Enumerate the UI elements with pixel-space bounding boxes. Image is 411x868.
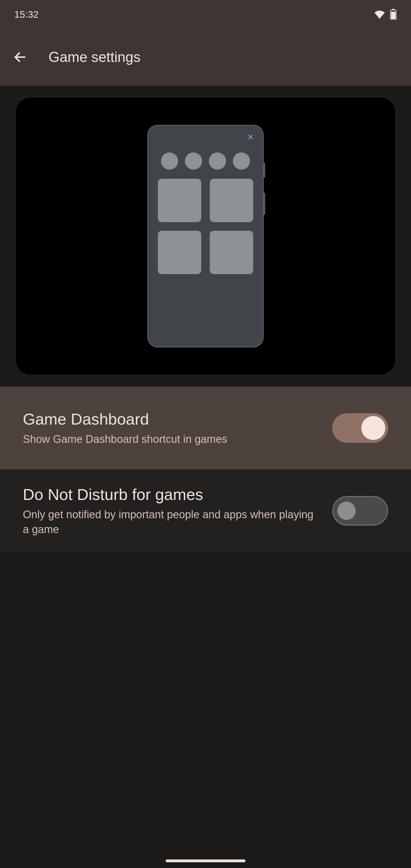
dashboard-preview: ✕: [16, 98, 395, 375]
app-header: Game settings: [0, 29, 411, 86]
setting-dnd-games[interactable]: Do Not Disturb for games Only get notifi…: [0, 469, 411, 552]
setting-description: Only get notified by important people an…: [23, 507, 321, 537]
mockup-grid: [155, 179, 256, 274]
battery-icon: [390, 9, 397, 20]
mockup-circle: [233, 152, 250, 169]
content-area: ✕ Game Dashboard Show Game Dashboard sho…: [0, 98, 411, 552]
status-icons: [374, 9, 397, 20]
close-icon: ✕: [247, 132, 254, 142]
status-bar: 15:32: [0, 0, 411, 29]
mockup-circle: [161, 152, 178, 169]
mockup-square: [210, 179, 253, 222]
svg-rect-2: [391, 12, 396, 19]
setting-text-block: Do Not Disturb for games Only get notifi…: [23, 485, 321, 537]
arrow-left-icon: [13, 50, 27, 64]
page-title: Game settings: [49, 49, 140, 65]
mockup-square: [158, 231, 201, 274]
mockup-circle: [185, 152, 202, 169]
phone-side-button: [263, 163, 265, 178]
wifi-icon: [374, 10, 385, 19]
phone-side-button: [263, 193, 265, 215]
phone-mockup: ✕: [147, 125, 264, 347]
setting-game-dashboard[interactable]: Game Dashboard Show Game Dashboard short…: [0, 386, 411, 469]
setting-title: Do Not Disturb for games: [23, 485, 321, 504]
game-dashboard-toggle[interactable]: [332, 413, 388, 443]
dnd-games-toggle[interactable]: [332, 496, 388, 526]
setting-description: Show Game Dashboard shortcut in games: [23, 432, 321, 446]
mockup-square: [158, 179, 201, 222]
mockup-circles: [155, 152, 256, 169]
mockup-circle: [209, 152, 226, 169]
setting-title: Game Dashboard: [23, 409, 321, 429]
back-button[interactable]: [8, 46, 31, 68]
setting-text-block: Game Dashboard Show Game Dashboard short…: [23, 409, 321, 446]
navigation-bar[interactable]: [165, 860, 246, 862]
toggle-thumb: [337, 502, 356, 520]
mockup-square: [210, 231, 253, 274]
toggle-thumb: [361, 416, 385, 440]
status-time: 15:32: [14, 9, 38, 20]
